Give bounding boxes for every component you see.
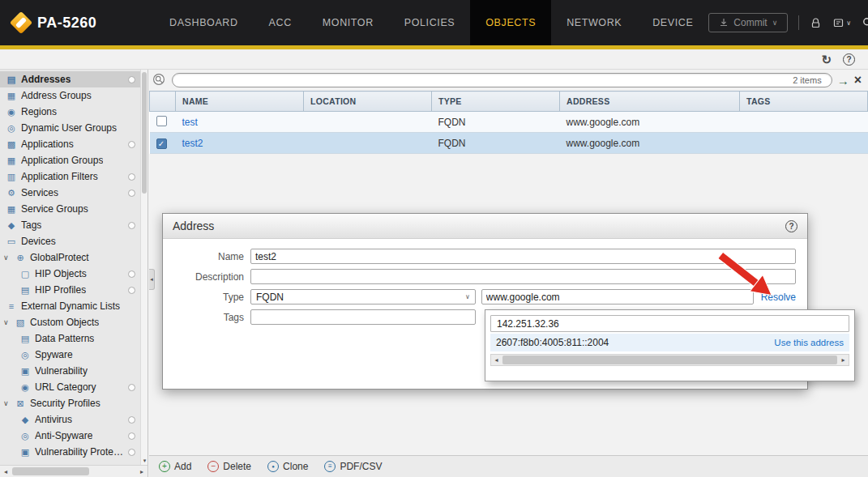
footer-toolbar: + Add − Delete ● Clone ≡ PDF/CSV [149,455,868,477]
refresh-icon[interactable]: ↻ [821,53,832,66]
sidebar-item-addresses[interactable]: ▤ Addresses [0,71,140,87]
chevron-down-icon[interactable]: ∨ [3,253,11,262]
devices-icon: ▭ [6,236,17,247]
dialog-header[interactable]: Address ? [163,214,807,239]
dialog-help-icon[interactable]: ? [785,220,797,232]
tab-objects[interactable]: OBJECTS [470,0,551,45]
tab-policies[interactable]: POLICIES [389,0,470,45]
sidebar-item-security-profiles[interactable]: ∨ ⊠ Security Profiles [0,395,140,411]
resolve-link[interactable]: Resolve [761,292,796,303]
help-icon[interactable]: ? [843,53,855,66]
sidebar-collapse-handle[interactable]: ◂ [149,269,155,290]
resolve-result-item[interactable]: 142.251.32.36 [490,315,849,332]
scroll-down-icon[interactable]: ▾ [141,456,148,465]
description-input[interactable] [250,269,796,284]
commit-button[interactable]: Commit ∨ [708,13,788,32]
task-manager-icon[interactable]: ∨ [832,17,851,29]
clone-button[interactable]: ● Clone [267,461,308,472]
popup-horizontal-scrollbar[interactable]: ◂ ▸ [490,354,849,366]
table-row[interactable]: test FQDN www.google.com [150,112,868,133]
sidebar-vertical-scrollbar[interactable]: ▾ [140,70,148,465]
sidebar-item-dynamic-user-groups[interactable]: ◎ Dynamic User Groups [0,120,140,136]
tab-acc[interactable]: ACC [254,0,307,45]
name-input[interactable] [250,249,796,264]
sidebar-item-url-category[interactable]: ◉ URL Category [0,379,140,395]
scrollbar-thumb[interactable] [12,467,89,475]
content-header: ↻ ? [0,49,868,70]
type-select[interactable]: FQDN ∨ [250,289,476,305]
tab-monitor[interactable]: MONITOR [307,0,389,45]
tab-network[interactable]: NETWORK [551,0,637,45]
status-dot [128,287,135,294]
sidebar-item-application-filters[interactable]: ▥ Application Filters [0,168,140,185]
cell-location [304,112,432,133]
sidebar-item-vulnerability[interactable]: ▣ Vulnerability [0,363,140,379]
sidebar-item-anti-spyware[interactable]: ◎ Anti-Spyware [0,428,140,444]
sidebar-item-applications[interactable]: ▩ Applications [0,136,140,152]
column-header-address[interactable]: ADDRESS [560,92,740,112]
scrollbar-thumb[interactable] [502,356,837,364]
service-groups-icon: ▦ [6,204,17,215]
sidebar-item-tags[interactable]: ◆ Tags [0,217,140,233]
dialog-title: Address [173,219,214,232]
sidebar-item-address-groups[interactable]: ▦ Address Groups [0,87,140,104]
sidebar-item-vulnerability-protection[interactable]: ▣ Vulnerability Protection [0,444,140,460]
status-dot [128,76,135,83]
column-header-tags[interactable]: TAGS [740,92,868,112]
address-groups-icon: ▦ [6,91,17,101]
sidebar-item-hip-profiles[interactable]: ▤ HIP Profiles [0,282,140,298]
sidebar-item-application-groups[interactable]: ▦ Application Groups [0,152,140,168]
add-button[interactable]: + Add [159,461,191,472]
tab-dashboard[interactable]: DASHBOARD [154,0,254,45]
sidebar-item-regions[interactable]: ◉ Regions [0,104,140,120]
address-name-link[interactable]: test2 [182,138,203,149]
clear-filter-icon[interactable]: × [854,74,862,87]
chevron-down-icon[interactable]: ∨ [3,399,11,407]
tab-device[interactable]: DEVICE [637,0,708,45]
tags-icon: ◆ [6,220,17,231]
tags-input[interactable] [250,309,476,325]
screen: PA-5260 DASHBOARD ACC MONITOR POLICIES O… [0,0,868,477]
address-name-link[interactable]: test [182,117,198,128]
sidebar-horizontal-scrollbar[interactable]: ◂ ▸ [0,465,148,477]
sidebar-item-custom-objects[interactable]: ∨ ▧ Custom Objects [0,314,140,330]
scroll-left-icon[interactable]: ◂ [491,355,502,365]
row-checkbox[interactable] [156,116,167,126]
pdf-csv-button[interactable]: ≡ PDF/CSV [324,461,382,472]
sidebar-item-data-patterns[interactable]: ▤ Data Patterns [0,330,140,347]
sidebar-item-antivirus[interactable]: ◆ Antivirus [0,411,140,428]
lock-icon[interactable] [810,17,822,29]
sidebar-item-label: Services [21,187,58,198]
apply-filter-icon[interactable]: → [837,75,849,87]
resolve-result-item[interactable]: 2607:f8b0:4005:811::2004 Use this addres… [490,334,849,351]
column-header-type[interactable]: TYPE [432,92,560,112]
commit-icon [719,18,729,28]
filter-input[interactable]: 2 items [172,73,832,87]
table-row[interactable]: test2 FQDN www.google.com [150,133,868,154]
checkbox-column-header [150,92,176,112]
scroll-left-icon[interactable]: ◂ [0,466,11,477]
scroll-right-icon[interactable]: ▸ [838,355,849,365]
search-icon[interactable] [862,16,868,29]
sidebar-item-services[interactable]: ⚙ Services [0,185,140,201]
type-field-row: Type FQDN ∨ Resolve [163,289,796,305]
sidebar-item-external-dynamic-lists[interactable]: ≡ External Dynamic Lists [0,298,140,314]
use-this-address-link[interactable]: Use this address [774,338,844,347]
scrollbar-thumb[interactable] [142,72,147,194]
scroll-right-icon[interactable]: ▸ [136,466,148,477]
delete-button[interactable]: − Delete [207,461,251,472]
column-header-location[interactable]: LOCATION [304,92,432,112]
column-header-name[interactable]: NAME [176,92,304,112]
sidebar-item-label: Custom Objects [30,317,99,328]
sidebar-item-hip-objects[interactable]: ▢ HIP Objects [0,266,140,282]
sidebar-item-label: Dynamic User Groups [21,122,117,134]
dynamic-user-groups-icon: ◎ [6,123,17,134]
fqdn-input[interactable] [481,289,754,305]
sidebar-item-spyware[interactable]: ◎ Spyware [0,347,140,363]
sidebar-item-globalprotect[interactable]: ∨ ⊕ GlobalProtect [0,249,140,266]
sidebar-item-devices[interactable]: ▭ Devices [0,233,140,249]
chevron-down-icon[interactable]: ∨ [3,318,11,326]
filter-search-icon[interactable] [152,73,167,87]
sidebar-item-service-groups[interactable]: ▦ Service Groups [0,201,140,217]
row-checkbox[interactable] [156,138,167,149]
